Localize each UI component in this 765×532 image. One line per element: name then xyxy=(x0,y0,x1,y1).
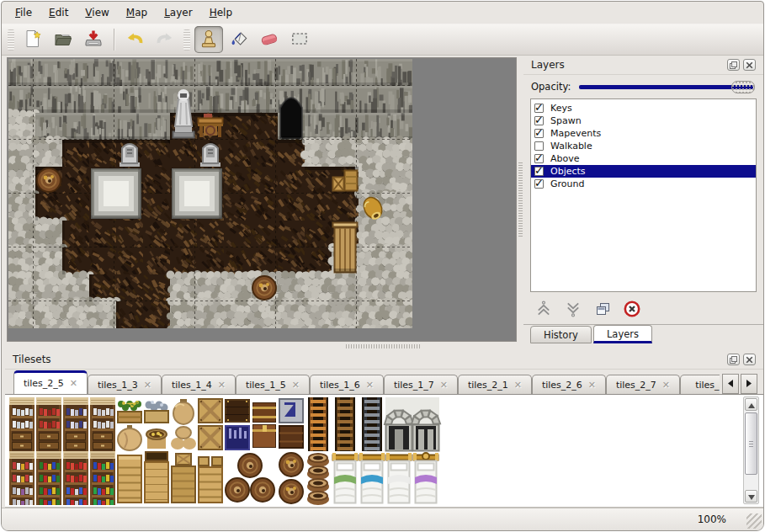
float-button[interactable] xyxy=(727,59,740,71)
redo-icon xyxy=(155,29,175,51)
layer-action-button[interactable] xyxy=(563,300,583,320)
opacity-row: Opacity: xyxy=(531,78,755,95)
layer-visibility-checkbox[interactable] xyxy=(534,141,544,151)
tab-close-icon[interactable]: ✕ xyxy=(70,378,77,389)
horizontal-splitter[interactable] xyxy=(2,343,763,350)
tab-close-icon[interactable]: ✕ xyxy=(218,380,226,391)
layer-visibility-checkbox[interactable] xyxy=(534,154,544,163)
tileset-tab[interactable]: tiles_2_7 ✕ xyxy=(606,375,680,394)
opacity-label: Opacity: xyxy=(531,81,571,93)
layer-visibility-checkbox[interactable] xyxy=(534,104,544,113)
toolbar-drag-handle[interactable] xyxy=(183,29,190,51)
tab-close-icon[interactable]: ✕ xyxy=(662,380,670,391)
menubar: FileEditViewMapLayerHelp xyxy=(2,2,763,24)
layers-panel: Layers Opacity: Keys Spawn xyxy=(523,56,763,343)
tool-button[interactable] xyxy=(225,26,253,53)
opacity-slider-handle[interactable] xyxy=(731,81,755,93)
tileset-tabbar: tiles_2_5 ✕ tiles_1_3 ✕ tiles_1_4 ✕ tile… xyxy=(13,370,720,394)
layer-name: Ground xyxy=(550,178,584,189)
layer-visibility-checkbox[interactable] xyxy=(534,129,544,138)
scroll-up-button[interactable] xyxy=(745,398,757,411)
menu-item[interactable]: Help xyxy=(201,3,241,22)
layer-row[interactable]: Keys xyxy=(531,102,756,114)
tileset-tab-label: tiles_2_7 xyxy=(616,380,656,391)
layers-panel-title: Layers xyxy=(531,59,565,71)
stamp-tool-icon xyxy=(198,28,220,52)
layer-row[interactable]: Objects xyxy=(531,165,756,178)
tileset-tab[interactable]: tiles_1_7 ✕ xyxy=(384,375,458,394)
layer-row[interactable]: Above xyxy=(531,152,756,165)
tool-button[interactable] xyxy=(255,26,284,53)
toolbar-drag-handle[interactable] xyxy=(8,29,14,51)
panel-tab[interactable]: History xyxy=(530,326,592,343)
zoom-level: 100% xyxy=(698,513,726,525)
tab-close-icon[interactable]: ✕ xyxy=(292,380,300,391)
tileset-tab-label: tiles_1_3 xyxy=(98,380,138,391)
layer-row[interactable]: Mapevents xyxy=(531,127,756,140)
opacity-slider-track[interactable] xyxy=(579,85,753,89)
scrollbar-thumb[interactable] xyxy=(745,412,757,475)
menu-item[interactable]: Map xyxy=(118,3,156,22)
map-viewport[interactable] xyxy=(7,57,517,342)
layer-name: Objects xyxy=(550,166,586,177)
tileset-content[interactable] xyxy=(5,394,763,508)
eraser-tool-icon xyxy=(258,28,280,52)
tileset-tab-label: tiles_2_5 xyxy=(24,378,64,389)
menu-item[interactable]: View xyxy=(77,3,117,22)
layer-action-button[interactable] xyxy=(534,300,554,320)
tileset-tab-label: tiles_2_1 xyxy=(468,380,508,391)
tileset-tab[interactable]: tiles_2 ✕ xyxy=(680,375,720,394)
tileset-tab-label: tiles_1_7 xyxy=(394,380,434,391)
layer-name: Spawn xyxy=(550,115,582,126)
toolbar-button[interactable] xyxy=(79,26,108,53)
tileset-tab[interactable]: tiles_1_4 ✕ xyxy=(162,375,236,394)
layer-visibility-checkbox[interactable] xyxy=(534,179,544,189)
layer-visibility-checkbox[interactable] xyxy=(534,167,544,176)
menu-item[interactable]: Edit xyxy=(40,3,77,22)
layer-row[interactable]: Spawn xyxy=(531,114,756,127)
tileset-tab[interactable]: tiles_2_1 ✕ xyxy=(458,375,532,394)
layer-action-button[interactable] xyxy=(622,300,642,320)
tab-close-icon[interactable]: ✕ xyxy=(366,380,374,391)
map-canvas[interactable] xyxy=(8,59,412,328)
menu-item[interactable]: Layer xyxy=(156,3,200,22)
layer-row[interactable]: Walkable xyxy=(531,140,756,152)
tool-button[interactable] xyxy=(285,26,314,53)
tileset-canvas[interactable] xyxy=(8,397,520,505)
tileset-tab[interactable]: tiles_1_6 ✕ xyxy=(310,375,384,394)
menu-item[interactable]: File xyxy=(7,3,40,22)
tileset-tab[interactable]: tiles_1_5 ✕ xyxy=(236,375,310,394)
close-button[interactable] xyxy=(743,354,756,365)
panel-tab[interactable]: Layers xyxy=(593,325,652,343)
tileset-tab[interactable]: tiles_2_5 ✕ xyxy=(13,370,88,394)
scroll-down-button[interactable] xyxy=(745,490,757,503)
toolbar-button[interactable] xyxy=(49,26,77,53)
opacity-slider[interactable] xyxy=(577,80,755,93)
layers-panel-titlebar: Layers xyxy=(523,56,763,75)
tab-scroll-left-button[interactable] xyxy=(722,374,739,394)
tileset-tab[interactable]: tiles_1_3 ✕ xyxy=(88,375,162,394)
tileset-tab[interactable]: tiles_2_6 ✕ xyxy=(532,375,606,394)
save-icon xyxy=(83,29,104,51)
tab-close-icon[interactable]: ✕ xyxy=(440,380,448,391)
open-folder-icon xyxy=(53,29,73,51)
float-button[interactable] xyxy=(727,354,740,365)
window-resize-grip[interactable] xyxy=(746,513,762,529)
tool-button[interactable] xyxy=(194,26,223,53)
layer-action-button[interactable] xyxy=(592,300,613,320)
vertical-splitter[interactable] xyxy=(518,57,523,342)
tileset-tab-label: tiles_2 xyxy=(695,380,720,391)
toolbar-button[interactable] xyxy=(151,26,179,53)
tileset-scrollbar[interactable] xyxy=(743,396,759,504)
tab-close-icon[interactable]: ✕ xyxy=(514,380,522,391)
toolbar-button[interactable] xyxy=(19,26,47,53)
toolbar-button[interactable] xyxy=(120,26,149,53)
layer-visibility-checkbox[interactable] xyxy=(534,116,544,125)
tab-close-icon[interactable]: ✕ xyxy=(144,380,151,391)
layer-row[interactable]: Ground xyxy=(531,178,756,190)
layer-name: Mapevents xyxy=(550,128,601,139)
close-button[interactable] xyxy=(743,59,756,71)
layer-list[interactable]: Keys Spawn Mapevents Walkable xyxy=(530,98,757,292)
tab-close-icon[interactable]: ✕ xyxy=(588,380,596,391)
tab-scroll-right-button[interactable] xyxy=(741,374,757,394)
